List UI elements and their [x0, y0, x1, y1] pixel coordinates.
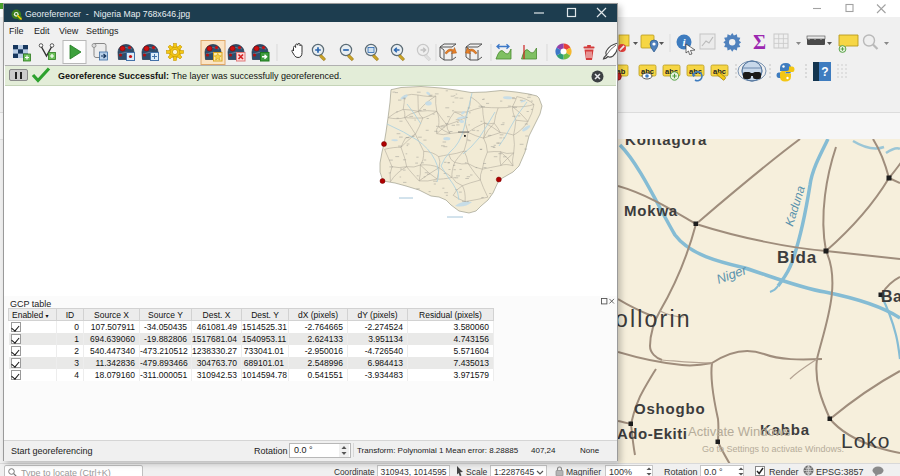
svg-text:Σ: Σ [753, 31, 766, 53]
svg-text:?: ? [821, 65, 828, 79]
